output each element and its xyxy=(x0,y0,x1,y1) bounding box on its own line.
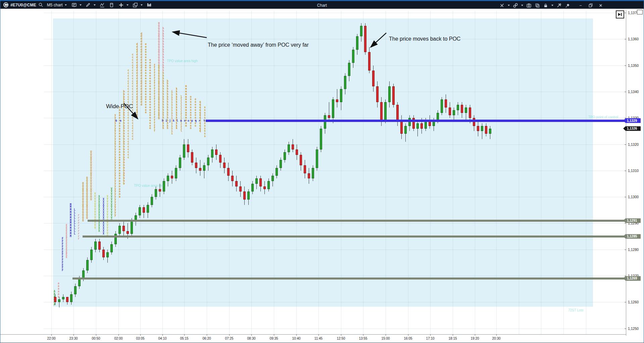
tpo-column: X X X X X X X X X X X X X X xyxy=(103,198,104,235)
candle-body xyxy=(247,191,250,199)
candle-body xyxy=(284,152,286,160)
volume-profile-icon[interactable] xyxy=(146,2,153,8)
tpo-column: L L L L L L L L L L xyxy=(74,209,76,235)
link-caret-icon[interactable] xyxy=(521,2,524,9)
candle-body xyxy=(364,26,366,52)
h-gridline xyxy=(44,276,626,276)
candle-body xyxy=(139,207,141,215)
annotation-moves-back[interactable]: The price moves back to POC xyxy=(389,36,460,42)
candle-body xyxy=(348,63,350,76)
candle-body xyxy=(267,181,270,189)
price-tick-label: 1,1250 xyxy=(628,327,639,331)
go-to-end-button[interactable] xyxy=(616,10,624,18)
h-gridline xyxy=(44,171,626,171)
draw-caret-icon[interactable] xyxy=(93,2,96,8)
candle-body xyxy=(203,165,205,171)
timeframe-caret-icon[interactable] xyxy=(64,2,67,8)
candle-body xyxy=(159,189,161,192)
tpo-column: E E E E E E E E E E E E E xyxy=(66,224,67,259)
candle-body xyxy=(336,99,338,102)
indicator-icon[interactable] xyxy=(99,2,106,8)
close-button[interactable]: ✕ xyxy=(597,2,604,9)
annotation-moved-away[interactable]: The price ‘moved away’ from POC very far xyxy=(208,42,309,48)
chart-area[interactable]: A A A A A Aa a a a a aF F F F F F F F F … xyxy=(0,9,644,343)
v-gridline xyxy=(274,11,274,334)
time-tick xyxy=(341,334,341,336)
candle-body xyxy=(231,176,234,181)
tpo-column: a a a a a a xyxy=(58,282,59,298)
candle-body xyxy=(62,297,64,300)
tpo-column: y y y y y y y y y y y y y y y y y y y y … xyxy=(114,114,116,216)
time-tick-label: 05:15 xyxy=(177,337,192,340)
time-tick xyxy=(408,334,408,336)
candle-body xyxy=(384,102,387,121)
time-tick-label: 12:50 xyxy=(334,337,348,340)
templates-caret-icon[interactable] xyxy=(79,2,82,8)
link-icon[interactable] xyxy=(512,2,519,9)
pin-icon[interactable] xyxy=(564,2,571,9)
draw-pencil-icon[interactable] xyxy=(85,2,92,8)
pointer-tool-icon[interactable] xyxy=(499,2,505,9)
candle-body xyxy=(155,189,157,197)
price-tag: 1,1291 xyxy=(623,218,641,223)
time-tick-label: 08:30 xyxy=(244,337,259,340)
candle-body xyxy=(227,168,230,176)
h-gridline xyxy=(44,197,626,197)
time-tick xyxy=(162,334,163,336)
candle-body xyxy=(489,129,491,134)
v-gridline xyxy=(586,11,586,334)
snapshot-camera-icon[interactable] xyxy=(526,2,532,9)
add-icon[interactable] xyxy=(118,2,125,8)
restore-button[interactable] xyxy=(587,2,594,9)
tpo-column: o o o o o o o o o o o xyxy=(195,98,196,127)
symbol-label[interactable]: #E7U0@CME xyxy=(10,3,36,7)
timeframe-label[interactable]: M5 chart xyxy=(47,3,63,7)
h-gridline xyxy=(44,13,626,13)
v-gridline xyxy=(341,11,341,334)
lock-caret-icon[interactable] xyxy=(551,2,554,9)
pointer-tool-caret-icon[interactable] xyxy=(507,2,510,9)
candle-body xyxy=(183,144,185,158)
candle-body xyxy=(223,163,226,168)
add-caret-icon[interactable] xyxy=(126,2,129,8)
layout-caret-icon[interactable] xyxy=(140,2,143,8)
candle-body xyxy=(308,173,310,179)
lock-icon[interactable] xyxy=(542,2,549,9)
tpo-column: U U U U U U U U U U U U U U U U U U U xyxy=(90,151,92,201)
price-tick-label: 1,1280 xyxy=(628,248,639,252)
candle-body xyxy=(404,126,407,134)
candle-body xyxy=(416,123,419,129)
annotation-wide-poc[interactable]: Wide POC xyxy=(106,103,133,110)
v-gridline xyxy=(475,11,475,334)
time-tick-label: 18:15 xyxy=(445,337,460,340)
time-tick xyxy=(274,334,274,336)
time-tick xyxy=(318,334,319,336)
axis-corner-box[interactable] xyxy=(637,10,643,14)
candle-body xyxy=(392,86,395,105)
layout-icon[interactable] xyxy=(132,2,139,8)
tpo-column: M M M M M M M M M M M M M xyxy=(70,204,71,238)
tpo-value-area-low-label: TPO value area low xyxy=(134,184,163,187)
candle-body xyxy=(143,207,145,213)
tpo-column: e e e e e e e e e e e e e e e e e e e e … xyxy=(145,43,147,114)
time-tick xyxy=(207,334,207,336)
candle-body xyxy=(457,105,459,110)
tools-icon[interactable] xyxy=(556,2,562,9)
tpo-column: c c c c c c c c c c c c c c c c c c c c … xyxy=(132,53,134,140)
candle-body xyxy=(259,178,262,186)
minimize-button[interactable]: − xyxy=(577,2,584,9)
h-gridline xyxy=(44,250,626,250)
templates-icon[interactable] xyxy=(71,2,78,8)
price-tag: 1,1329 xyxy=(623,118,641,123)
v-gridline xyxy=(73,11,74,334)
v-gridline xyxy=(363,11,363,334)
tpo-column: Y Y Y Y Y Y Y Y Y Y Y Y Y Y Y Y xyxy=(107,196,108,238)
copy-icon[interactable] xyxy=(534,2,541,9)
candle-body xyxy=(320,129,322,150)
candle-body xyxy=(191,152,193,163)
candle-body xyxy=(86,260,89,270)
search-icon[interactable] xyxy=(38,2,44,8)
v-gridline xyxy=(430,11,431,334)
titlebar-right-group: − ✕ xyxy=(499,2,604,9)
object-window-icon[interactable] xyxy=(108,2,115,8)
